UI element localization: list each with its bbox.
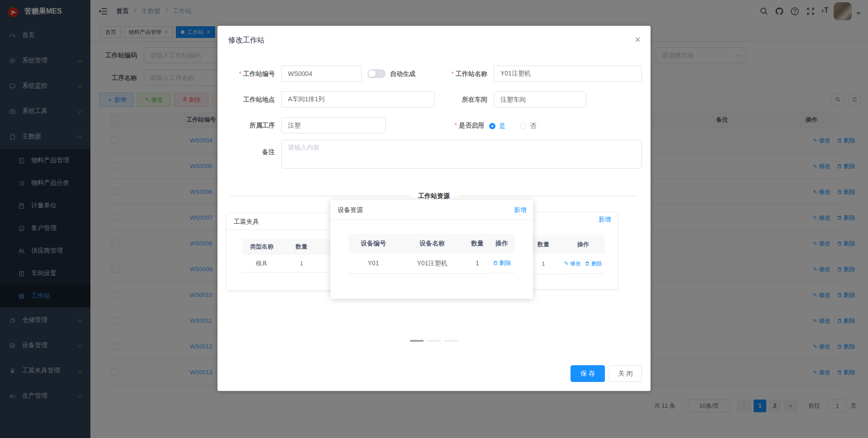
section-title: 工作站资源 xyxy=(410,192,458,200)
device-card-title: 设备资源 xyxy=(338,206,363,213)
device-card-add-link[interactable]: 新增 xyxy=(514,200,527,220)
auto-generate-label: 自动生成 xyxy=(390,66,415,82)
station-code-input[interactable] xyxy=(281,66,362,82)
trash-icon xyxy=(585,261,590,266)
device-col-qty: 数量 xyxy=(466,234,489,253)
right-col-action: 操作 xyxy=(561,235,605,254)
station-location-input[interactable] xyxy=(281,91,435,108)
device-col-action: 操作 xyxy=(489,234,515,253)
device-resource-card: 设备资源 新增 设备编号 设备名称 数量 操作 Y01 Y01注塑机 1 删除 xyxy=(330,200,533,299)
device-delete-link[interactable]: 删除 xyxy=(493,259,511,267)
radio-dot xyxy=(489,123,495,129)
device-col-code: 设备编号 xyxy=(349,234,398,253)
save-button[interactable]: 保 存 xyxy=(571,365,605,382)
process-label: 所属工序 xyxy=(217,117,275,133)
device-row-name: Y01注塑机 xyxy=(398,253,466,274)
remark-textarea[interactable] xyxy=(281,140,642,169)
right-edit-link[interactable]: ✎修改 xyxy=(564,254,581,274)
station-code-label: 工作站编号 xyxy=(217,66,275,82)
station-location-label: 工作站地点 xyxy=(217,91,275,108)
enabled-no-radio[interactable]: 否 xyxy=(520,122,536,130)
device-card-title-row: 设备资源 新增 xyxy=(330,200,533,220)
carousel-indicator-3[interactable] xyxy=(444,340,458,342)
remark-label: 备注 xyxy=(217,144,275,160)
device-row-qty: 1 xyxy=(466,253,489,274)
carousel-indicator-2[interactable] xyxy=(427,340,441,342)
right-card-add-link[interactable]: 新增 xyxy=(599,216,611,224)
enabled-yes-radio[interactable]: 是 xyxy=(489,122,505,130)
right-delete-link[interactable]: 删除 xyxy=(585,254,602,274)
trash-icon xyxy=(493,260,498,266)
close-button[interactable]: 关 闭 xyxy=(609,365,642,382)
dialog-title: 修改工作站 xyxy=(228,36,264,45)
radio-dot xyxy=(520,123,526,129)
workshop-label: 所在车间 xyxy=(416,91,487,108)
fixture-col-type: 类型名称 xyxy=(242,239,281,255)
dialog-close-icon[interactable]: × xyxy=(635,34,641,46)
fixture-row-qty: 1 xyxy=(281,255,322,273)
fixture-row-type: 模具 xyxy=(242,255,281,273)
workshop-select[interactable]: 注塑车间 xyxy=(494,91,586,108)
device-col-name: 设备名称 xyxy=(398,234,466,253)
process-select[interactable]: 注塑 xyxy=(281,117,386,133)
fixture-col-qty: 数量 xyxy=(281,239,322,255)
station-name-label: 工作站名称 xyxy=(416,66,487,82)
carousel-indicator-1[interactable] xyxy=(410,340,424,342)
auto-generate-switch[interactable] xyxy=(368,69,386,78)
station-name-input[interactable] xyxy=(494,66,642,82)
edit-workstation-dialog: 修改工作站 × 工作站编号 自动生成 工作站名称 工作站地点 所在车间 注塑车间… xyxy=(217,26,651,391)
device-row-code: Y01 xyxy=(349,253,398,274)
enabled-label: 是否启用 xyxy=(416,117,484,133)
